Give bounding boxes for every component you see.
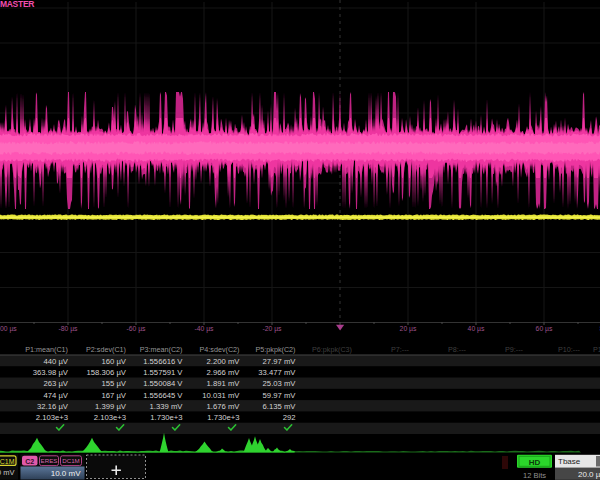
svg-text:263 µV: 263 µV — [43, 379, 68, 388]
svg-text:10.0 mV: 10.0 mV — [0, 468, 15, 477]
svg-text:MASTER: MASTER — [0, 0, 34, 9]
svg-text:P4:sdev(C2): P4:sdev(C2) — [200, 345, 240, 354]
svg-text:DC1M: DC1M — [0, 458, 15, 465]
svg-text:P3:mean(C2): P3:mean(C2) — [140, 345, 183, 354]
svg-text:12 Bits: 12 Bits — [523, 471, 546, 480]
svg-text:10.0 mV: 10.0 mV — [51, 469, 81, 478]
svg-text:158.306 µV: 158.306 µV — [87, 368, 127, 377]
svg-text:1.730e+3: 1.730e+3 — [150, 413, 182, 422]
svg-text:1.556645 V: 1.556645 V — [143, 391, 183, 400]
svg-text:292: 292 — [283, 413, 296, 422]
svg-text:2.200 mV: 2.200 mV — [207, 357, 241, 366]
svg-text:P1: P1 — [593, 345, 600, 354]
svg-text:1.891 mV: 1.891 mV — [207, 379, 241, 388]
svg-text:2.103e+3: 2.103e+3 — [94, 413, 126, 422]
svg-text:59.97 mV: 59.97 mV — [263, 391, 297, 400]
svg-text:25.03 mV: 25.03 mV — [263, 379, 297, 388]
svg-text:P6:pkpk(C3): P6:pkpk(C3) — [312, 345, 352, 354]
svg-text:2.966 mV: 2.966 mV — [207, 368, 241, 377]
svg-text:-20 µs: -20 µs — [262, 325, 282, 333]
svg-text:P2:sdev(C1): P2:sdev(C1) — [86, 345, 126, 354]
svg-text:27.97 mV: 27.97 mV — [263, 357, 297, 366]
svg-text:ERES: ERES — [41, 457, 58, 464]
svg-text:440 µV: 440 µV — [43, 357, 68, 366]
svg-text:1.557591 V: 1.557591 V — [143, 368, 183, 377]
svg-text:P1:mean(C1): P1:mean(C1) — [25, 345, 68, 354]
svg-text:2.103e+3: 2.103e+3 — [36, 413, 68, 422]
svg-text:P9:---: P9:--- — [505, 345, 524, 354]
svg-text:32.16 µV: 32.16 µV — [37, 402, 69, 411]
svg-text:33.477 mV: 33.477 mV — [258, 368, 296, 377]
svg-text:1.339 mV: 1.339 mV — [150, 402, 184, 411]
svg-text:-80 µs: -80 µs — [58, 325, 78, 333]
svg-text:10.031 mV: 10.031 mV — [202, 391, 240, 400]
svg-text:00 µs: 00 µs — [0, 325, 17, 333]
svg-text:155 µV: 155 µV — [101, 379, 126, 388]
svg-text:1.399 µV: 1.399 µV — [95, 402, 127, 411]
svg-text:P5:pkpk(C2): P5:pkpk(C2) — [256, 345, 296, 354]
svg-text:1.676 mV: 1.676 mV — [207, 402, 241, 411]
svg-text:-60 µs: -60 µs — [126, 325, 146, 333]
svg-text:P8:---: P8:--- — [448, 345, 467, 354]
svg-text:6.135 mV: 6.135 mV — [263, 402, 297, 411]
svg-text:167 µV: 167 µV — [101, 391, 126, 400]
svg-text:1.550084 V: 1.550084 V — [143, 379, 183, 388]
svg-text:C2: C2 — [25, 458, 34, 465]
svg-text:DC1M: DC1M — [62, 457, 80, 464]
svg-text:HD: HD — [529, 458, 541, 467]
svg-text:40 µs: 40 µs — [468, 325, 485, 333]
svg-text:363.98 µV: 363.98 µV — [33, 368, 69, 377]
svg-text:20.0 µ: 20.0 µ — [578, 470, 600, 479]
svg-text:P7:---: P7:--- — [391, 345, 410, 354]
svg-text:Tbase: Tbase — [558, 457, 581, 466]
svg-text:P10:---: P10:--- — [558, 345, 581, 354]
svg-text:20 µs: 20 µs — [400, 325, 417, 333]
svg-text:60 µs: 60 µs — [536, 325, 553, 333]
svg-text:1.556616 V: 1.556616 V — [143, 357, 183, 366]
svg-text:-40 µs: -40 µs — [194, 325, 214, 333]
svg-text:1.730e+3: 1.730e+3 — [207, 413, 239, 422]
svg-text:474 µV: 474 µV — [43, 391, 68, 400]
svg-text:160 µV: 160 µV — [101, 357, 126, 366]
